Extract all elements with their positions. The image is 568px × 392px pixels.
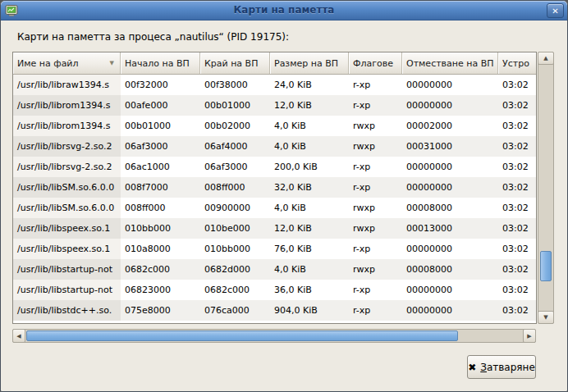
table-row[interactable]: /usr/lib/libraw1394.s00f3200000f3800024,… xyxy=(13,75,536,95)
cell-device: 03:02 xyxy=(498,280,536,300)
cell-vm-offset: 00000000 xyxy=(402,177,498,198)
cell-vm-size: 200,0 KiB xyxy=(270,157,349,177)
table-row[interactable]: /usr/lib/libstdc++.so.075e8000076ca00090… xyxy=(13,300,536,321)
cell-flags: rwxp xyxy=(349,116,402,136)
cell-flags: rwxp xyxy=(349,218,402,239)
column-header-vm-size[interactable]: Размер на ВП xyxy=(270,52,349,74)
cell-device: 03:02 xyxy=(498,116,536,136)
cell-vm-size: 4,0 KiB xyxy=(270,116,349,136)
cell-vm-size: 12,0 KiB xyxy=(270,95,349,116)
cell-vm-start: 0682c000 xyxy=(121,259,200,280)
cell-vm-start: 00afe000 xyxy=(121,95,200,116)
cell-vm-start: 010bb000 xyxy=(121,218,200,239)
cell-vm-start: 06af3000 xyxy=(121,136,200,157)
cell-flags: r-xp xyxy=(349,177,402,198)
column-header-vm-start[interactable]: Начало на ВП xyxy=(121,52,200,74)
cell-vm-offset: 00000000 xyxy=(402,157,498,177)
cell-filename: /usr/lib/librsvg-2.so.2 xyxy=(13,136,121,157)
scroll-down-button[interactable]: ▼ xyxy=(538,311,554,324)
close-button-label: Затваряне xyxy=(480,362,535,373)
window-title: Карти на паметта xyxy=(1,4,567,16)
scroll-up-button[interactable]: ▲ xyxy=(538,52,554,65)
vertical-scrollbar-thumb[interactable] xyxy=(540,251,552,281)
cell-vm-offset: 00031000 xyxy=(402,136,498,157)
vertical-scrollbar[interactable]: ▲ ▼ xyxy=(538,52,554,324)
table-header-row: Име на файл▼Начало на ВПКрай на ВПРазмер… xyxy=(13,52,536,75)
table-row[interactable]: /usr/lib/libSM.so.6.0.0008ff000009000004… xyxy=(13,198,536,218)
scroll-right-button[interactable]: ▶ xyxy=(523,329,536,343)
cell-vm-start: 00f32000 xyxy=(121,75,200,95)
column-header-label: Отместване на ВП xyxy=(406,58,494,69)
cell-device: 03:02 xyxy=(498,259,536,280)
cell-vm-size: 36,0 KiB xyxy=(270,280,349,300)
column-header-label: Име на файл xyxy=(17,58,79,69)
column-header-filename[interactable]: Име на файл▼ xyxy=(13,52,121,74)
cell-filename: /usr/lib/librom1394.s xyxy=(13,116,121,136)
table-row[interactable]: /usr/lib/librsvg-2.so.206af300006af40004… xyxy=(13,136,536,157)
cell-vm-size: 32,0 KiB xyxy=(270,177,349,198)
table-row[interactable]: /usr/lib/librom1394.s00b0100000b020004,0… xyxy=(13,116,536,136)
cell-vm-offset: 00000000 xyxy=(402,239,498,259)
sort-descending-icon: ▼ xyxy=(110,61,114,66)
cell-vm-end: 0682d000 xyxy=(200,259,270,280)
cell-vm-size: 4,0 KiB xyxy=(270,136,349,157)
column-header-label: Размер на ВП xyxy=(274,58,338,69)
memory-maps-table: Име на файл▼Начало на ВПКрай на ВПРазмер… xyxy=(12,52,537,324)
cell-vm-end: 010be000 xyxy=(200,218,270,239)
cell-vm-offset: 00013000 xyxy=(402,218,498,239)
cell-vm-offset: 00008000 xyxy=(402,259,498,280)
table-row[interactable]: /usr/lib/libspeex.so.1010a8000010bb00076… xyxy=(13,239,536,259)
cell-vm-end: 00b02000 xyxy=(200,116,270,136)
cell-filename: /usr/lib/libstartup-not xyxy=(13,280,121,300)
titlebar[interactable]: Карти на паметта ✕ xyxy=(1,1,567,21)
window-close-button[interactable]: ✕ xyxy=(547,3,564,18)
cell-filename: /usr/lib/libSM.so.6.0.0 xyxy=(13,177,121,198)
cell-vm-offset: 00000000 xyxy=(402,280,498,300)
cell-flags: r-xp xyxy=(349,157,402,177)
horizontal-scrollbar-thumb[interactable] xyxy=(26,330,458,341)
table-row[interactable]: /usr/lib/libSM.so.6.0.0008f7000008ff0003… xyxy=(13,177,536,198)
table-row[interactable]: /usr/lib/libstartup-not0682c0000682d0004… xyxy=(13,259,536,280)
cell-vm-end: 076ca000 xyxy=(200,300,270,321)
cell-filename: /usr/lib/libraw1394.s xyxy=(13,75,121,95)
cell-vm-start: 010a8000 xyxy=(121,239,200,259)
column-header-flags[interactable]: Флагове xyxy=(349,52,402,74)
cell-vm-offset: 00000000 xyxy=(402,300,498,321)
cell-vm-start: 008f7000 xyxy=(121,177,200,198)
cell-device: 03:02 xyxy=(498,75,536,95)
cell-device: 03:02 xyxy=(498,136,536,157)
close-dialog-button[interactable]: ✖ Затваряне xyxy=(467,355,536,379)
table-row[interactable]: /usr/lib/libspeex.so.1010bb000010be00012… xyxy=(13,218,536,239)
cell-flags: r-xp xyxy=(349,75,402,95)
column-header-label: Устро xyxy=(502,58,529,69)
horizontal-scrollbar[interactable]: ◀ ▶ xyxy=(12,329,536,343)
column-header-vm-offset[interactable]: Отместване на ВП xyxy=(402,52,498,74)
column-header-device[interactable]: Устро xyxy=(498,52,536,74)
cell-vm-offset: 00000000 xyxy=(402,75,498,95)
arrow-right-icon: ▶ xyxy=(524,330,535,343)
cell-flags: r-xp xyxy=(349,95,402,116)
cell-vm-start: 075e8000 xyxy=(121,300,200,321)
cell-flags: rwxp xyxy=(349,198,402,218)
cell-flags: r-xp xyxy=(349,280,402,300)
cell-vm-end: 00f38000 xyxy=(200,75,270,95)
cell-filename: /usr/lib/libstdc++.so. xyxy=(13,300,121,321)
cell-vm-end: 06af3000 xyxy=(200,157,270,177)
column-header-label: Начало на ВП xyxy=(125,58,190,69)
scroll-left-button[interactable]: ◀ xyxy=(12,329,25,343)
cell-filename: /usr/lib/libspeex.so.1 xyxy=(13,218,121,239)
cell-device: 03:02 xyxy=(498,239,536,259)
column-header-vm-end[interactable]: Край на ВП xyxy=(200,52,270,74)
table-body: /usr/lib/libraw1394.s00f3200000f3800024,… xyxy=(13,75,536,321)
cell-vm-size: 76,0 KiB xyxy=(270,239,349,259)
cell-vm-start: 06823000 xyxy=(121,280,200,300)
dialog-description: Карти на паметта за процеса „nautilus“ (… xyxy=(17,31,289,43)
table-row[interactable]: /usr/lib/librsvg-2.so.206ac100006af30002… xyxy=(13,157,536,177)
cell-vm-end: 06af4000 xyxy=(200,136,270,157)
cell-vm-start: 00b01000 xyxy=(121,116,200,136)
table-row[interactable]: /usr/lib/librom1394.s00afe00000b0100012,… xyxy=(13,95,536,116)
cell-vm-offset: 00002000 xyxy=(402,116,498,136)
cell-flags: r-xp xyxy=(349,239,402,259)
table-row[interactable]: /usr/lib/libstartup-not068230000682c0003… xyxy=(13,280,536,300)
cell-device: 03:02 xyxy=(498,218,536,239)
